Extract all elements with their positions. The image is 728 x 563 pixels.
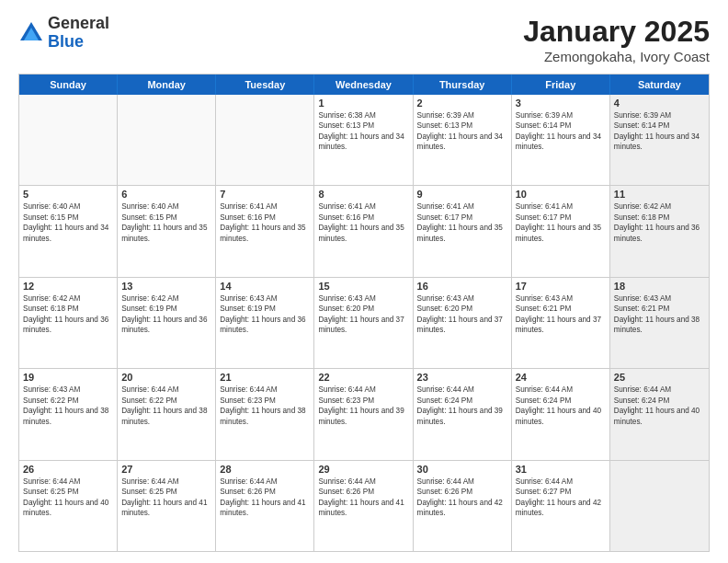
day-info: Sunrise: 6:44 AMSunset: 6:24 PMDaylight:… <box>516 385 606 427</box>
day-info: Sunrise: 6:44 AMSunset: 6:23 PMDaylight:… <box>318 385 408 427</box>
day-info: Sunrise: 6:43 AMSunset: 6:22 PMDaylight:… <box>23 385 113 427</box>
calendar-header-cell: Monday <box>118 75 216 95</box>
day-number: 27 <box>121 464 211 475</box>
day-info: Sunrise: 6:42 AMSunset: 6:18 PMDaylight:… <box>23 293 113 336</box>
day-info: Sunrise: 6:41 AMSunset: 6:16 PMDaylight:… <box>318 201 408 244</box>
calendar-body: 1Sunrise: 6:38 AMSunset: 6:13 PMDaylight… <box>19 95 709 551</box>
calendar-header-cell: Tuesday <box>216 75 314 95</box>
calendar-cell: 11Sunrise: 6:42 AMSunset: 6:18 PMDayligh… <box>610 186 709 276</box>
calendar-cell: 16Sunrise: 6:43 AMSunset: 6:20 PMDayligh… <box>414 278 512 368</box>
calendar-row: 26Sunrise: 6:44 AMSunset: 6:25 PMDayligh… <box>19 461 709 551</box>
calendar-cell: 13Sunrise: 6:42 AMSunset: 6:19 PMDayligh… <box>118 278 216 368</box>
header: General Blue January 2025 Zemongokaha, I… <box>18 15 710 64</box>
calendar-cell: 28Sunrise: 6:44 AMSunset: 6:26 PMDayligh… <box>216 461 314 551</box>
day-info: Sunrise: 6:44 AMSunset: 6:23 PMDaylight:… <box>220 385 310 427</box>
calendar-cell: 22Sunrise: 6:44 AMSunset: 6:23 PMDayligh… <box>314 369 413 459</box>
day-number: 18 <box>614 281 705 292</box>
day-number: 14 <box>220 281 310 292</box>
page: General Blue January 2025 Zemongokaha, I… <box>0 0 728 563</box>
day-info: Sunrise: 6:43 AMSunset: 6:20 PMDaylight:… <box>417 293 507 336</box>
day-info: Sunrise: 6:43 AMSunset: 6:21 PMDaylight:… <box>614 293 705 336</box>
calendar-header-cell: Saturday <box>610 75 709 95</box>
day-number: 4 <box>614 98 705 109</box>
day-info: Sunrise: 6:41 AMSunset: 6:17 PMDaylight:… <box>516 201 606 244</box>
day-info: Sunrise: 6:44 AMSunset: 6:24 PMDaylight:… <box>417 385 507 427</box>
calendar-cell: 12Sunrise: 6:42 AMSunset: 6:18 PMDayligh… <box>19 278 118 368</box>
day-number: 12 <box>23 281 113 292</box>
day-number: 21 <box>220 372 310 383</box>
day-info: Sunrise: 6:44 AMSunset: 6:22 PMDaylight:… <box>121 385 211 427</box>
day-number: 28 <box>220 464 310 475</box>
day-number: 10 <box>516 189 606 200</box>
calendar: SundayMondayTuesdayWednesdayThursdayFrid… <box>18 74 710 552</box>
calendar-cell: 21Sunrise: 6:44 AMSunset: 6:23 PMDayligh… <box>216 369 314 459</box>
day-info: Sunrise: 6:41 AMSunset: 6:16 PMDaylight:… <box>220 201 310 244</box>
calendar-header-cell: Wednesday <box>314 75 413 95</box>
day-number: 13 <box>121 281 211 292</box>
day-info: Sunrise: 6:40 AMSunset: 6:15 PMDaylight:… <box>23 201 113 244</box>
calendar-cell <box>610 461 709 551</box>
day-number: 29 <box>318 464 408 475</box>
day-number: 9 <box>417 189 507 200</box>
calendar-cell: 20Sunrise: 6:44 AMSunset: 6:22 PMDayligh… <box>118 369 216 459</box>
day-number: 20 <box>121 372 211 383</box>
day-number: 25 <box>614 372 705 383</box>
day-info: Sunrise: 6:43 AMSunset: 6:19 PMDaylight:… <box>220 293 310 336</box>
calendar-cell: 2Sunrise: 6:39 AMSunset: 6:13 PMDaylight… <box>414 95 512 185</box>
calendar-cell <box>19 95 118 185</box>
calendar-header-cell: Thursday <box>414 75 512 95</box>
calendar-cell: 29Sunrise: 6:44 AMSunset: 6:26 PMDayligh… <box>314 461 413 551</box>
day-info: Sunrise: 6:43 AMSunset: 6:20 PMDaylight:… <box>318 293 408 336</box>
calendar-header-cell: Sunday <box>19 75 118 95</box>
day-info: Sunrise: 6:44 AMSunset: 6:25 PMDaylight:… <box>23 477 113 519</box>
day-number: 11 <box>614 189 705 200</box>
day-number: 26 <box>23 464 113 475</box>
day-number: 2 <box>417 98 507 109</box>
calendar-cell: 1Sunrise: 6:38 AMSunset: 6:13 PMDaylight… <box>314 95 413 185</box>
day-info: Sunrise: 6:39 AMSunset: 6:14 PMDaylight:… <box>614 110 705 153</box>
day-number: 23 <box>417 372 507 383</box>
calendar-cell: 31Sunrise: 6:44 AMSunset: 6:27 PMDayligh… <box>512 461 610 551</box>
calendar-cell: 15Sunrise: 6:43 AMSunset: 6:20 PMDayligh… <box>314 278 413 368</box>
day-number: 24 <box>516 372 606 383</box>
calendar-cell: 7Sunrise: 6:41 AMSunset: 6:16 PMDaylight… <box>216 186 314 276</box>
day-number: 30 <box>417 464 507 475</box>
calendar-header: SundayMondayTuesdayWednesdayThursdayFrid… <box>19 75 709 95</box>
logo-blue: Blue <box>48 33 109 52</box>
day-info: Sunrise: 6:39 AMSunset: 6:13 PMDaylight:… <box>417 110 507 153</box>
day-info: Sunrise: 6:38 AMSunset: 6:13 PMDaylight:… <box>318 110 408 153</box>
day-info: Sunrise: 6:44 AMSunset: 6:24 PMDaylight:… <box>614 385 705 427</box>
day-number: 1 <box>318 98 408 109</box>
day-info: Sunrise: 6:44 AMSunset: 6:26 PMDaylight:… <box>417 477 507 519</box>
calendar-cell: 10Sunrise: 6:41 AMSunset: 6:17 PMDayligh… <box>512 186 610 276</box>
logo: General Blue <box>18 15 109 52</box>
calendar-cell: 18Sunrise: 6:43 AMSunset: 6:21 PMDayligh… <box>610 278 709 368</box>
day-number: 8 <box>318 189 408 200</box>
calendar-row: 12Sunrise: 6:42 AMSunset: 6:18 PMDayligh… <box>19 278 709 369</box>
day-info: Sunrise: 6:42 AMSunset: 6:19 PMDaylight:… <box>121 293 211 336</box>
day-number: 16 <box>417 281 507 292</box>
calendar-row: 19Sunrise: 6:43 AMSunset: 6:22 PMDayligh… <box>19 369 709 460</box>
calendar-row: 5Sunrise: 6:40 AMSunset: 6:15 PMDaylight… <box>19 186 709 277</box>
calendar-cell: 25Sunrise: 6:44 AMSunset: 6:24 PMDayligh… <box>610 369 709 459</box>
day-number: 15 <box>318 281 408 292</box>
calendar-cell: 9Sunrise: 6:41 AMSunset: 6:17 PMDaylight… <box>414 186 512 276</box>
day-info: Sunrise: 6:44 AMSunset: 6:26 PMDaylight:… <box>220 477 310 519</box>
day-number: 19 <box>23 372 113 383</box>
day-info: Sunrise: 6:44 AMSunset: 6:27 PMDaylight:… <box>516 477 606 519</box>
calendar-cell: 3Sunrise: 6:39 AMSunset: 6:14 PMDaylight… <box>512 95 610 185</box>
day-info: Sunrise: 6:39 AMSunset: 6:14 PMDaylight:… <box>516 110 606 153</box>
day-info: Sunrise: 6:41 AMSunset: 6:17 PMDaylight:… <box>417 201 507 244</box>
logo-icon <box>18 20 44 46</box>
day-number: 22 <box>318 372 408 383</box>
title-block: January 2025 Zemongokaha, Ivory Coast <box>523 15 710 64</box>
day-info: Sunrise: 6:42 AMSunset: 6:18 PMDaylight:… <box>614 201 705 244</box>
day-number: 17 <box>516 281 606 292</box>
calendar-cell: 5Sunrise: 6:40 AMSunset: 6:15 PMDaylight… <box>19 186 118 276</box>
calendar-cell: 30Sunrise: 6:44 AMSunset: 6:26 PMDayligh… <box>414 461 512 551</box>
page-subtitle: Zemongokaha, Ivory Coast <box>523 49 710 64</box>
logo-general: General <box>48 15 109 33</box>
day-info: Sunrise: 6:44 AMSunset: 6:26 PMDaylight:… <box>318 477 408 519</box>
day-info: Sunrise: 6:43 AMSunset: 6:21 PMDaylight:… <box>516 293 606 336</box>
day-info: Sunrise: 6:44 AMSunset: 6:25 PMDaylight:… <box>121 477 211 519</box>
